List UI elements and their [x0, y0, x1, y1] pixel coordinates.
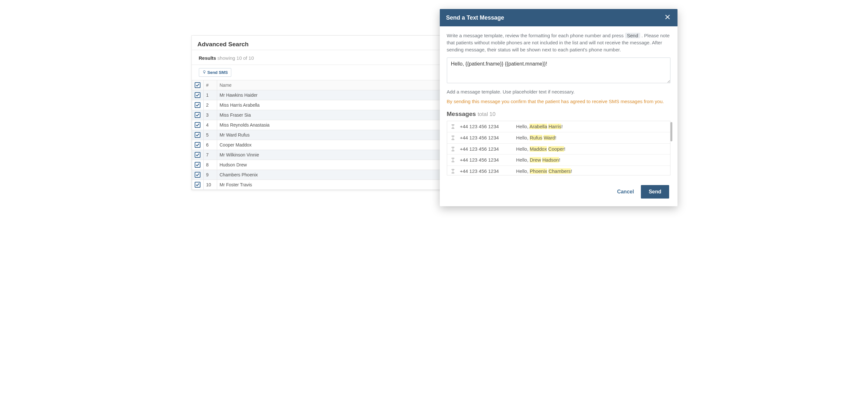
row-number: 2	[203, 100, 217, 110]
row-number: 5	[203, 130, 217, 140]
row-checkbox[interactable]	[195, 182, 200, 188]
scrollbar-thumb[interactable]	[671, 122, 672, 141]
row-checkbox[interactable]	[195, 152, 200, 158]
send-sms-label: Send SMS	[208, 70, 228, 75]
message-preview: Hello, Phoenix Chambers!	[515, 166, 670, 176]
row-checkbox[interactable]	[195, 122, 200, 128]
messages-label: Messages	[447, 111, 476, 117]
hourglass-icon	[447, 155, 459, 164]
results-label: Results	[199, 55, 216, 61]
message-row: +44 123 456 1234Hello, Rufus Ward!	[447, 132, 670, 144]
message-phone: +44 123 456 1234	[459, 155, 515, 165]
message-preview: Hello, Maddox Cooper!	[515, 144, 670, 155]
close-icon	[665, 14, 671, 21]
message-row: +44 123 456 1234Hello, Maddox Cooper!	[447, 144, 670, 155]
modal-intro: Write a message template, review the for…	[447, 32, 671, 53]
hourglass-icon	[447, 145, 459, 154]
row-number: 9	[203, 170, 217, 180]
row-checkbox[interactable]	[195, 162, 200, 168]
row-number: 6	[203, 140, 217, 150]
row-number: 7	[203, 150, 217, 160]
message-preview: Hello, Arabella Harris!	[515, 121, 670, 132]
select-all-checkbox[interactable]	[195, 82, 200, 88]
send-sms-button[interactable]: Send SMS	[199, 68, 231, 77]
template-hint: Add a message template. Use placeholder …	[447, 88, 671, 95]
hourglass-icon	[447, 167, 459, 176]
intro-pre: Write a message template, review the for…	[447, 33, 625, 38]
message-template-input[interactable]	[447, 58, 671, 83]
messages-list[interactable]: +44 123 456 1234Hello, Arabella Harris!+…	[447, 121, 671, 176]
row-number: 3	[203, 110, 217, 120]
row-checkbox[interactable]	[195, 132, 200, 138]
row-number: 4	[203, 120, 217, 130]
message-row: +44 123 456 1234Hello, Drew Hadson!	[447, 155, 670, 166]
message-phone: +44 123 456 1234	[459, 166, 515, 176]
message-phone: +44 123 456 1234	[459, 144, 515, 155]
row-number: 1	[203, 90, 217, 100]
close-button[interactable]	[664, 14, 671, 21]
results-count: showing 10 of 10	[217, 55, 254, 61]
confirm-warning: By sending this message you confirm that…	[447, 98, 671, 105]
row-number: 8	[203, 160, 217, 170]
message-row: +44 123 456 1234Hello, Phoenix Chambers!	[447, 166, 670, 176]
message-phone: +44 123 456 1234	[459, 121, 515, 132]
col-header-checkbox	[192, 80, 203, 90]
send-text-modal: Send a Text Message Write a message temp…	[440, 9, 678, 206]
row-checkbox[interactable]	[195, 172, 200, 178]
send-button[interactable]: Send	[641, 185, 669, 198]
row-number: 10	[203, 180, 217, 190]
row-checkbox[interactable]	[195, 112, 200, 118]
message-preview: Hello, Drew Hadson!	[515, 155, 670, 165]
modal-title: Send a Text Message	[446, 14, 504, 21]
message-phone: +44 123 456 1234	[459, 132, 515, 143]
hourglass-icon	[447, 133, 459, 142]
message-row: +44 123 456 1234Hello, Arabella Harris!	[447, 121, 670, 132]
hourglass-icon	[447, 122, 459, 131]
intro-keycap: Send	[625, 33, 640, 38]
row-checkbox[interactable]	[195, 102, 200, 108]
lightbulb-icon	[203, 70, 206, 75]
row-checkbox[interactable]	[195, 142, 200, 148]
messages-total: total 10	[478, 111, 496, 117]
messages-heading: Messages total 10	[447, 110, 671, 119]
message-preview: Hello, Rufus Ward!	[515, 132, 670, 143]
col-header-num: #	[203, 80, 217, 90]
cancel-button[interactable]: Cancel	[617, 189, 634, 195]
row-checkbox[interactable]	[195, 92, 200, 98]
